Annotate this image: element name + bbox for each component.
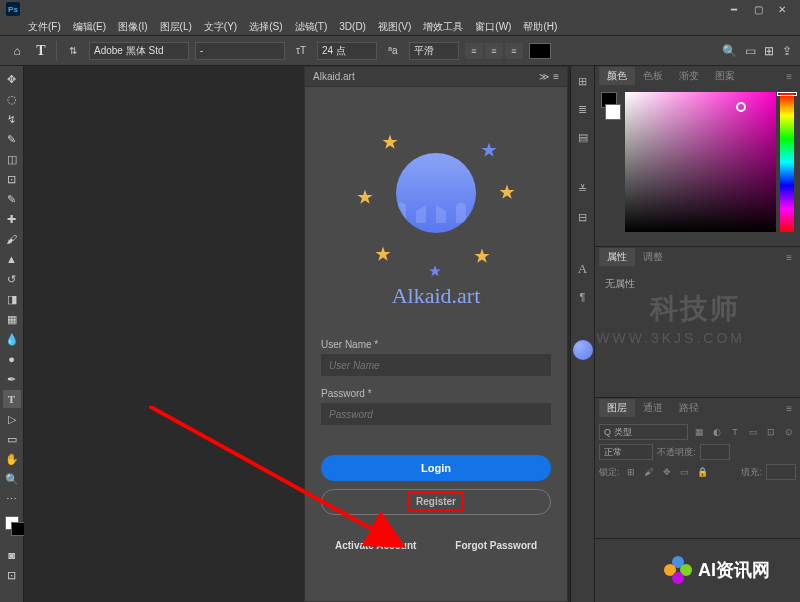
home-button[interactable]: ⌂ — [8, 42, 26, 60]
layer-filter-select[interactable]: Q 类型 — [599, 424, 688, 440]
filter-adjust-icon[interactable]: ◐ — [710, 425, 724, 439]
dock-swatches-icon[interactable]: ⊞ — [574, 72, 592, 90]
opacity-value[interactable] — [700, 444, 730, 460]
menu-edit[interactable]: 编辑(E) — [67, 20, 112, 34]
workspace-icon[interactable]: ⊞ — [764, 44, 774, 58]
fill-value[interactable] — [766, 464, 796, 480]
pen-tool[interactable]: ✒ — [3, 370, 21, 388]
lock-position-icon[interactable]: ✥ — [660, 465, 674, 479]
crop-tool[interactable]: ◫ — [3, 150, 21, 168]
frame-tool[interactable]: ⊡ — [3, 170, 21, 188]
menu-3d[interactable]: 3D(D) — [333, 21, 372, 32]
align-center-button[interactable]: ≡ — [485, 43, 503, 59]
cloud-docs-icon[interactable]: ▭ — [745, 44, 756, 58]
zoom-tool[interactable]: 🔍 — [3, 470, 21, 488]
align-right-button[interactable]: ≡ — [505, 43, 523, 59]
lock-artboard-icon[interactable]: ▭ — [678, 465, 692, 479]
tab-layers[interactable]: 图层 — [599, 399, 635, 417]
move-tool[interactable]: ✥ — [3, 70, 21, 88]
color-current-swatches[interactable] — [601, 92, 621, 240]
tab-color[interactable]: 颜色 — [599, 67, 635, 85]
path-select-tool[interactable]: ▷ — [3, 410, 21, 428]
rectangle-tool[interactable]: ▭ — [3, 430, 21, 448]
menu-window[interactable]: 窗口(W) — [469, 20, 517, 34]
filter-pixel-icon[interactable]: ▦ — [692, 425, 706, 439]
blur-tool[interactable]: 💧 — [3, 330, 21, 348]
align-left-button[interactable]: ≡ — [465, 43, 483, 59]
panel-menu-icon[interactable]: ≡ — [786, 71, 796, 82]
dock-character-icon[interactable]: A — [574, 260, 592, 278]
menu-plugins[interactable]: 增效工具 — [417, 20, 469, 34]
anti-alias-select[interactable]: 平滑 — [409, 42, 459, 60]
menu-help[interactable]: 帮助(H) — [517, 20, 563, 34]
menu-file[interactable]: 文件(F) — [22, 20, 67, 34]
stamp-tool[interactable]: ▲ — [3, 250, 21, 268]
dock-history-icon[interactable]: ▤ — [574, 128, 592, 146]
password-input[interactable] — [321, 403, 551, 425]
menu-layer[interactable]: 图层(L) — [154, 20, 198, 34]
tab-properties[interactable]: 属性 — [599, 248, 635, 266]
edit-toolbar[interactable]: ⋯ — [3, 490, 21, 508]
close-button[interactable]: ✕ — [770, 2, 794, 16]
search-icon[interactable]: 🔍 — [722, 44, 737, 58]
font-family-select[interactable]: Adobe 黑体 Std — [89, 42, 189, 60]
dodge-tool[interactable]: ● — [3, 350, 21, 368]
register-button[interactable]: Register — [321, 489, 551, 515]
panel-menu-icon[interactable]: ≡ — [786, 403, 796, 414]
screen-mode[interactable]: ⊡ — [3, 566, 21, 584]
color-picker[interactable] — [625, 92, 776, 232]
tab-channels[interactable]: 通道 — [635, 399, 671, 417]
hand-tool[interactable]: ✋ — [3, 450, 21, 468]
menu-filter[interactable]: 滤镜(T) — [289, 20, 334, 34]
menu-select[interactable]: 选择(S) — [243, 20, 288, 34]
lock-pixels-icon[interactable]: 🖌 — [642, 465, 656, 479]
activate-account-link[interactable]: Activate Account — [335, 540, 416, 551]
menu-view[interactable]: 视图(V) — [372, 20, 417, 34]
quick-select-tool[interactable]: ✎ — [3, 130, 21, 148]
eyedropper-tool[interactable]: ✎ — [3, 190, 21, 208]
lasso-tool[interactable]: ↯ — [3, 110, 21, 128]
dock-brushes-icon[interactable]: ≣ — [574, 100, 592, 118]
blend-mode-select[interactable]: 正常 — [599, 444, 653, 460]
plugin-collapse-icon[interactable]: ≫ — [539, 71, 549, 82]
font-style-select[interactable]: - — [195, 42, 285, 60]
minimize-button[interactable]: ━ — [722, 2, 746, 16]
hue-slider[interactable] — [780, 92, 794, 232]
login-button[interactable]: Login — [321, 455, 551, 481]
type-tool-icon[interactable]: T — [32, 42, 50, 60]
dock-styles-icon[interactable]: ⊟ — [574, 208, 592, 226]
share-icon[interactable]: ⇪ — [782, 44, 792, 58]
quick-mask-mode[interactable]: ◙ — [3, 546, 21, 564]
dock-paragraph-icon[interactable]: ¶ — [574, 288, 592, 306]
tab-paths[interactable]: 路径 — [671, 399, 707, 417]
menu-image[interactable]: 图像(I) — [112, 20, 153, 34]
brush-tool[interactable]: 🖌 — [3, 230, 21, 248]
history-brush-tool[interactable]: ↺ — [3, 270, 21, 288]
tab-adjustments[interactable]: 调整 — [635, 248, 671, 266]
filter-smart-icon[interactable]: ⊡ — [764, 425, 778, 439]
dock-adjustments-icon[interactable]: ≚ — [574, 180, 592, 198]
dock-alkaid-icon[interactable] — [573, 340, 593, 360]
forgot-password-link[interactable]: Forgot Password — [455, 540, 537, 551]
tab-patterns[interactable]: 图案 — [707, 67, 743, 85]
gradient-tool[interactable]: ▦ — [3, 310, 21, 328]
marquee-tool[interactable]: ◌ — [3, 90, 21, 108]
plugin-menu-icon[interactable]: ≡ — [553, 71, 559, 82]
maximize-button[interactable]: ▢ — [746, 2, 770, 16]
lock-transparency-icon[interactable]: ⊞ — [624, 465, 638, 479]
type-tool[interactable]: T — [3, 390, 21, 408]
tab-gradients[interactable]: 渐变 — [671, 67, 707, 85]
tab-swatches[interactable]: 色板 — [635, 67, 671, 85]
canvas-area[interactable]: Alkaid.art ≫ ≡ Alkaid.art — [24, 66, 570, 602]
eraser-tool[interactable]: ◨ — [3, 290, 21, 308]
text-color-swatch[interactable] — [529, 43, 551, 59]
username-input[interactable] — [321, 354, 551, 376]
panel-menu-icon[interactable]: ≡ — [786, 252, 796, 263]
lock-all-icon[interactable]: 🔒 — [696, 465, 710, 479]
filter-shape-icon[interactable]: ▭ — [746, 425, 760, 439]
orientation-toggle-icon[interactable]: ⇅ — [63, 42, 83, 60]
menu-type[interactable]: 文字(Y) — [198, 20, 243, 34]
filter-type-icon[interactable]: T — [728, 425, 742, 439]
font-size-select[interactable]: 24 点 — [317, 42, 377, 60]
color-swatches[interactable] — [5, 516, 19, 544]
